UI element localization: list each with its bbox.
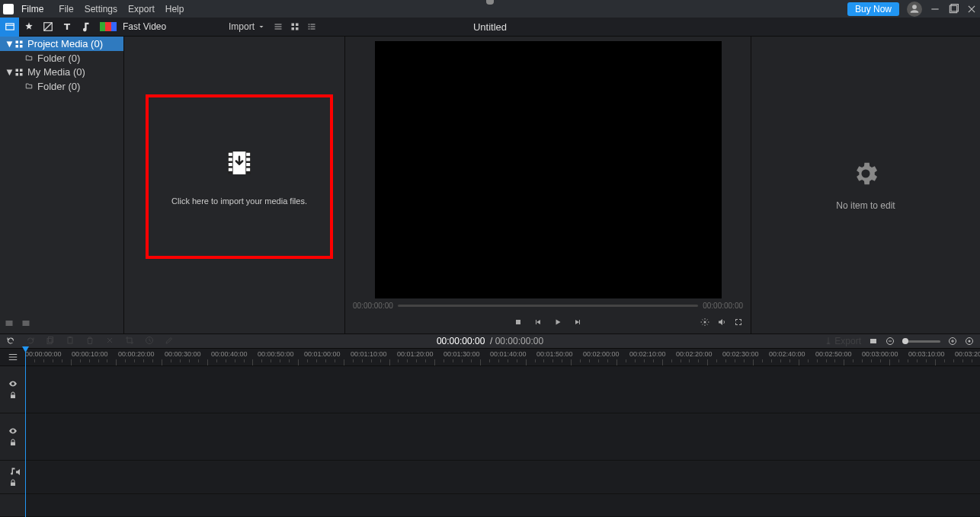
svg-rect-12 <box>20 45 23 48</box>
fast-video-button[interactable]: Fast Video <box>123 21 166 32</box>
app-logo-icon <box>3 4 14 14</box>
undo-button[interactable] <box>6 336 15 347</box>
audio-tab-button[interactable] <box>76 18 95 37</box>
timeline-ruler[interactable]: 00:00:00:0000:00:10:0000:00:20:0000:00:3… <box>25 349 980 365</box>
expand-icon[interactable]: ▼ <box>5 66 11 78</box>
sort-icon[interactable] <box>274 22 283 31</box>
timeline-toolbar: 00:00:00:00 / 00:00:00:00 ⤓ Export <box>0 333 980 349</box>
seek-bar[interactable] <box>398 305 698 307</box>
svg-point-31 <box>704 321 706 324</box>
svg-rect-6 <box>296 24 299 27</box>
visibility-icon[interactable] <box>8 426 18 436</box>
tree-project-media[interactable]: ▼ Project Media (0) <box>0 37 123 51</box>
zoom-fit-icon[interactable] <box>965 337 974 346</box>
export-button[interactable]: ⤓ Export <box>825 336 861 346</box>
grid-view-icon[interactable] <box>290 22 299 31</box>
svg-rect-43 <box>11 442 15 446</box>
ruler-stamp: 00:02:40:00 <box>769 350 815 358</box>
menu-export[interactable]: Export <box>128 4 155 14</box>
ruler-stamp: 00:00:30:00 <box>165 350 211 358</box>
audio-track[interactable] <box>0 461 980 494</box>
mode-toolbar: Fast Video Import Untitled <box>0 18 980 37</box>
svg-rect-17 <box>6 321 13 326</box>
filmstrip-download-icon <box>224 148 255 178</box>
svg-rect-16 <box>20 73 23 76</box>
menu-file[interactable]: File <box>59 4 73 14</box>
tree-my-media[interactable]: ▼ My Media (0) <box>0 65 123 79</box>
tree-label: My Media (0) <box>27 66 85 78</box>
account-icon[interactable] <box>907 2 922 17</box>
tree-folder[interactable]: Folder (0) <box>0 51 123 65</box>
svg-rect-26 <box>246 153 250 156</box>
svg-rect-34 <box>68 337 72 343</box>
video-track-2[interactable] <box>0 413 980 461</box>
ruler-stamp: 00:02:00:00 <box>583 350 629 358</box>
ruler-stamp: 00:00:10:00 <box>72 350 118 358</box>
transitions-tab-button[interactable] <box>38 18 57 37</box>
import-button[interactable]: Import <box>229 21 266 32</box>
effects-tab-button[interactable] <box>19 18 38 37</box>
svg-rect-44 <box>11 483 15 487</box>
menu-help[interactable]: Help <box>165 4 184 14</box>
split-button[interactable] <box>105 336 114 347</box>
maximize-icon[interactable] <box>948 4 959 14</box>
svg-rect-37 <box>870 339 876 343</box>
seek-start-time: 00:00:00:00 <box>353 302 393 310</box>
mute-icon[interactable] <box>14 468 24 477</box>
volume-icon[interactable] <box>717 318 726 327</box>
video-track-1[interactable] <box>0 366 980 413</box>
ruler-stamp: 00:00:00:00 <box>25 350 72 358</box>
video-preview[interactable] <box>375 41 722 298</box>
ruler-stamp: 00:00:20:00 <box>118 350 165 358</box>
play-icon[interactable] <box>553 318 562 327</box>
zoom-in-icon[interactable] <box>948 337 957 346</box>
prev-frame-icon[interactable] <box>533 318 543 327</box>
new-folder-icon[interactable] <box>5 318 14 327</box>
tree-folder[interactable]: Folder (0) <box>0 79 123 93</box>
playback-controls <box>345 313 751 331</box>
next-frame-icon[interactable] <box>573 318 582 327</box>
grid-icon <box>14 68 24 77</box>
svg-rect-33 <box>47 338 52 343</box>
fullscreen-icon[interactable] <box>734 318 743 327</box>
menu-settings[interactable]: Settings <box>85 4 117 14</box>
timeline-ruler-row: 00:00:00:0000:00:10:0000:00:20:0000:00:3… <box>0 349 980 366</box>
text-tab-button[interactable] <box>57 18 76 37</box>
close-icon[interactable] <box>966 4 977 14</box>
lock-icon[interactable] <box>8 478 18 487</box>
buy-now-button[interactable]: Buy Now <box>847 2 899 16</box>
empty-track[interactable] <box>0 494 980 517</box>
svg-rect-22 <box>229 153 232 156</box>
crop-button[interactable] <box>125 336 134 347</box>
edit-button[interactable] <box>165 336 174 347</box>
ruler-stamp: 00:02:30:00 <box>722 350 769 358</box>
svg-rect-35 <box>69 337 72 338</box>
svg-rect-13 <box>16 69 19 72</box>
import-drop-zone[interactable]: Click here to import your media files. <box>146 94 333 259</box>
lock-icon[interactable] <box>8 391 18 400</box>
lock-icon[interactable] <box>8 438 18 447</box>
visibility-icon[interactable] <box>8 379 18 388</box>
svg-rect-32 <box>49 337 53 342</box>
speed-button[interactable] <box>145 336 154 347</box>
marker-icon[interactable] <box>869 337 878 346</box>
stop-icon[interactable] <box>514 318 523 327</box>
copy-button[interactable] <box>46 336 55 347</box>
zoom-slider[interactable] <box>902 340 940 343</box>
svg-rect-14 <box>20 69 23 72</box>
main-area: ▼ Project Media (0) Folder (0) ▼ My Medi… <box>0 37 980 333</box>
delete-button[interactable] <box>85 336 94 347</box>
expand-icon[interactable]: ▼ <box>5 38 11 49</box>
redo-button[interactable] <box>26 336 35 347</box>
ruler-stamp: 00:01:20:00 <box>397 350 444 358</box>
settings-icon[interactable] <box>700 318 709 327</box>
zoom-out-icon[interactable] <box>886 337 895 346</box>
paste-button[interactable] <box>66 336 75 347</box>
media-tab-button[interactable] <box>0 18 19 37</box>
folder-icon <box>24 54 34 62</box>
ruler-stamp: 00:00:40:00 <box>211 350 258 358</box>
list-view-icon[interactable] <box>307 22 316 31</box>
timeline-menu-button[interactable] <box>0 349 25 365</box>
minimize-icon[interactable] <box>930 4 940 14</box>
delete-icon[interactable] <box>21 318 30 327</box>
